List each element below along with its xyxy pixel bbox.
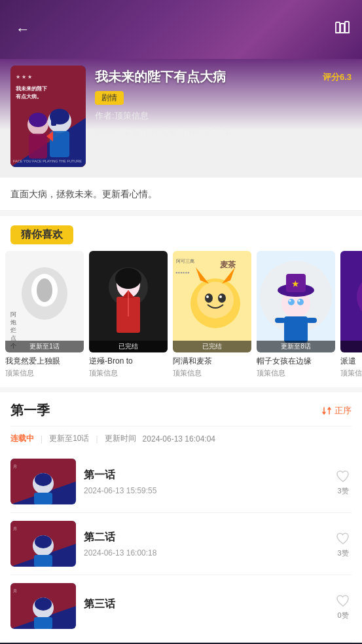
svg-text:★ ★ ★: ★ ★ ★	[16, 74, 32, 80]
rec-title-5: 派遣	[340, 356, 362, 367]
svg-text:炮: 炮	[10, 319, 16, 326]
rec-author-4: 顶策信息	[257, 368, 335, 378]
svg-point-69	[35, 473, 52, 486]
svg-rect-12	[51, 113, 56, 126]
ep-info-1: 第一话 2024-06-13 15:59:55	[84, 468, 327, 495]
svg-point-59	[299, 300, 300, 302]
ep-info-3: 第三话	[84, 597, 327, 615]
svg-rect-14	[29, 134, 47, 159]
svg-point-39	[218, 294, 226, 303]
like-icon-3	[335, 592, 352, 609]
svg-point-81	[35, 597, 52, 611]
svg-rect-68	[34, 493, 52, 504]
season-status: 连载中	[10, 433, 34, 444]
svg-point-75	[35, 535, 52, 548]
svg-rect-1	[340, 24, 344, 33]
svg-rect-2	[345, 22, 349, 33]
svg-point-57	[297, 299, 304, 305]
ep-date-1: 2024-06-13 15:59:55	[84, 486, 327, 495]
manga-title-row: 我未来的陛下有点大病 评分6.3	[95, 68, 352, 86]
like-icon-1	[335, 468, 352, 485]
rec-title-1: 我竟然爱上独眼	[5, 356, 84, 367]
svg-point-56	[288, 299, 295, 305]
rec-status-4: 更新至8话	[257, 341, 335, 352]
season-header: 第一季 正序	[10, 392, 352, 426]
ep-title-3: 第三话	[84, 597, 327, 611]
episode-item-2[interactable]: 月 第二话 2024-06-13 16:00:18 3赞	[10, 513, 352, 575]
svg-text:麦茶: 麦茶	[220, 260, 236, 269]
svg-point-37	[197, 282, 234, 318]
season-order-button[interactable]: 正序	[321, 405, 352, 417]
ep-info-2: 第二话 2024-06-13 16:00:18	[84, 531, 327, 558]
manga-meta: 我未来的陛下有点大病 评分6.3 剧情 作者:顶策信息 1604热度值 ｜10人…	[95, 66, 352, 138]
svg-rect-0	[336, 22, 340, 33]
rec-item-4[interactable]: ★ 更新至8话 帽子女孩在边缘 顶策信息	[257, 251, 335, 378]
svg-point-40	[206, 295, 209, 298]
svg-point-15	[29, 113, 47, 127]
svg-text:月: 月	[13, 589, 17, 593]
svg-text:阿: 阿	[10, 311, 16, 318]
season-meta: 连载中 | 更新至10话 | 更新时间 2024-06-13 16:04:04	[10, 426, 352, 451]
manga-info-section: ★ ★ ★ 我未来的陛下 有点大病。	[0, 59, 362, 178]
svg-point-41	[219, 295, 222, 298]
ep-date-2: 2024-06-13 16:00:18	[84, 548, 327, 558]
svg-text:烂: 烂	[10, 327, 16, 333]
rec-item-5[interactable]: 更新 派遣 顶策信息	[340, 251, 362, 378]
rec-author-5: 顶策信息	[340, 368, 362, 378]
header-banner: ←	[0, 0, 362, 59]
svg-rect-80	[34, 617, 52, 629]
ep-like-3[interactable]: 0赞	[335, 592, 352, 620]
rec-title-4: 帽子女孩在边缘	[257, 356, 335, 367]
rec-status-2: 已完结	[89, 341, 168, 352]
manga-stats: 1604热度值 ｜10人赞 ｜10话已完结	[95, 126, 352, 138]
sort-icon	[321, 406, 332, 416]
rec-cover-1: 阿 炮 烂 点 个 更新至1话	[5, 251, 84, 352]
ep-thumb-2: 月	[10, 521, 76, 567]
rec-item-3[interactable]: 阿可三萬 麦茶 ●●●●●● 已完结 阿满和麦茶 顶策信息	[173, 251, 251, 378]
back-button[interactable]: ←	[10, 16, 35, 43]
rec-cover-2: 已完结	[89, 251, 168, 352]
rec-status-5: 更新	[340, 341, 362, 352]
bookshelf-icon[interactable]	[333, 18, 352, 41]
svg-text:月: 月	[13, 527, 17, 531]
main-content: 直面大病，拯救未来。更新看心情。 猜你喜欢 阿 炮 烂 点 个	[0, 178, 362, 643]
rec-item-2[interactable]: 已完结 逆殛-Bron to 顶策信息	[89, 251, 168, 378]
svg-rect-53	[284, 316, 308, 343]
like-count-1: 3赞	[337, 486, 348, 496]
svg-text:有点大病。: 有点大病。	[15, 93, 42, 100]
genre-tag[interactable]: 剧情	[95, 91, 124, 105]
rec-item-1[interactable]: 阿 炮 烂 点 个 更新至1话 我竟然爱上独眼 顶策信息	[5, 251, 84, 378]
manga-cover: ★ ★ ★ 我未来的陛下 有点大病。	[10, 66, 86, 167]
rec-cover-4: ★ 更新至8话	[257, 251, 335, 352]
episode-item-3[interactable]: 月 第三话 0赞	[10, 575, 352, 643]
recommendations-title: 猜你喜欢	[10, 225, 73, 244]
svg-point-38	[205, 294, 213, 303]
svg-point-21	[37, 278, 52, 302]
svg-point-31	[115, 268, 141, 289]
ep-title-1: 第一话	[84, 468, 327, 482]
ep-title-2: 第二话	[84, 531, 327, 544]
rec-title-2: 逆殛-Bron to	[89, 356, 168, 367]
rec-author-2: 顶策信息	[89, 368, 168, 378]
ep-like-2[interactable]: 3赞	[335, 530, 352, 558]
like-count-2: 3赞	[337, 548, 348, 558]
episode-item-1[interactable]: 月 第一话 2024-06-13 15:59:55 3赞	[10, 451, 352, 513]
svg-text:●●●●●●: ●●●●●●	[175, 271, 190, 275]
svg-rect-55	[306, 318, 317, 323]
rec-status-3: 已完结	[173, 341, 251, 352]
season-section: 第一季 正序 连载中 | 更新至10话 | 更新时间 2024-06-13 16…	[0, 392, 362, 643]
like-icon-2	[335, 530, 352, 547]
svg-text:我未来的陛下: 我未来的陛下	[15, 86, 47, 92]
svg-point-58	[289, 300, 291, 302]
svg-text:★: ★	[291, 278, 300, 289]
ep-like-1[interactable]: 3赞	[335, 468, 352, 496]
rec-status-1: 更新至1话	[5, 341, 84, 352]
ep-thumb-1: 月	[10, 459, 76, 504]
like-count-3: 0赞	[337, 611, 348, 620]
rec-cover-5: 更新	[340, 251, 362, 352]
rec-author-1: 顶策信息	[5, 368, 84, 378]
recommendations-section-header: 猜你喜欢	[0, 216, 362, 251]
recommendations-scroll[interactable]: 阿 炮 烂 点 个 更新至1话 我竟然爱上独眼 顶策信息	[0, 251, 362, 387]
svg-rect-74	[34, 555, 52, 567]
svg-text:阿可三萬: 阿可三萬	[176, 259, 194, 263]
